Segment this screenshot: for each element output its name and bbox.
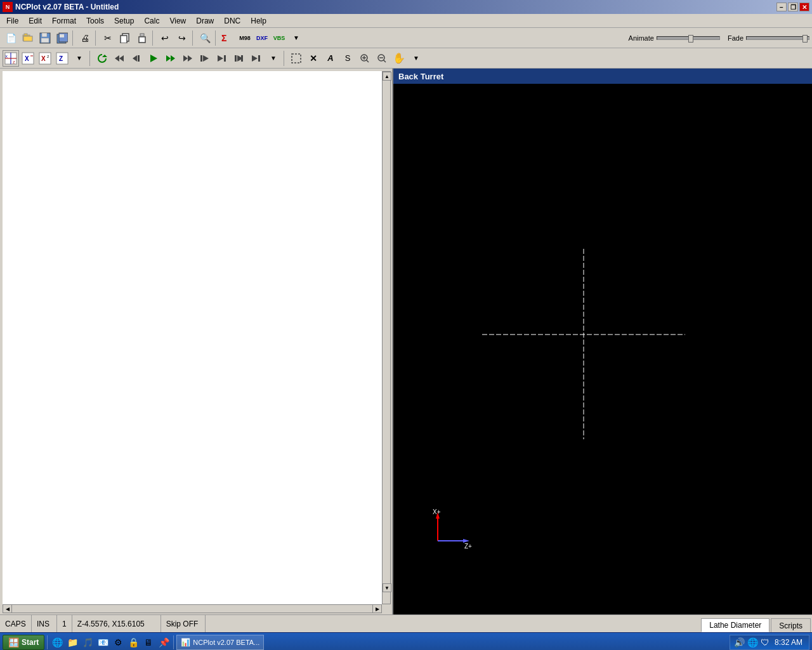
taskbar-icon7[interactable]: 🖥: [141, 635, 155, 649]
cut-button[interactable]: ✂: [100, 30, 116, 46]
menu-file[interactable]: File: [1, 15, 23, 27]
menu-format[interactable]: Format: [47, 15, 81, 27]
taskbar-ie-icon[interactable]: 🌐: [50, 635, 64, 649]
svg-rect-46: [292, 54, 301, 63]
editor-scrollbar-h[interactable]: ◀ ▶: [3, 604, 382, 613]
view-btn-1[interactable]: XZ: [3, 50, 19, 67]
tray-icon-2[interactable]: 🌐: [747, 637, 758, 647]
editor-content[interactable]: [3, 71, 382, 604]
open-button[interactable]: [20, 30, 36, 46]
text-button[interactable]: A: [322, 50, 339, 67]
app-taskbar-label: NCPlot v2.07 BETA...: [193, 639, 259, 646]
rewind-all-button[interactable]: [111, 50, 128, 67]
taskbar-media-icon[interactable]: 🎵: [81, 635, 95, 649]
save-button[interactable]: [37, 30, 53, 46]
menu-calc[interactable]: Calc: [139, 15, 164, 27]
skip-to-end-button[interactable]: [180, 50, 196, 67]
restore-button[interactable]: ❐: [788, 3, 798, 11]
menu-draw[interactable]: Draw: [191, 15, 219, 27]
tray-icon-3[interactable]: 🛡: [761, 637, 769, 647]
svg-text:X+: X+: [433, 509, 441, 515]
select-button[interactable]: [288, 50, 304, 67]
scroll-right-arrow[interactable]: ▶: [372, 605, 381, 613]
editor-scrollbar-v[interactable]: ▲ ▼: [382, 71, 391, 604]
pan-button[interactable]: ✋: [391, 50, 407, 67]
save-all-button[interactable]: [54, 30, 70, 46]
step-forward-button[interactable]: [231, 50, 247, 67]
svg-text:X: X: [41, 55, 46, 62]
playback-dropdown[interactable]: ▼: [265, 50, 282, 67]
toolbar2-sep-2: [284, 51, 286, 66]
svg-rect-43: [241, 55, 243, 62]
svg-text:Z: Z: [13, 60, 15, 64]
taskbar-settings-icon[interactable]: ⚙: [111, 635, 125, 649]
menu-edit[interactable]: Edit: [23, 15, 47, 27]
nc-button4[interactable]: VBS: [271, 30, 287, 46]
print-button[interactable]: 🖨: [77, 30, 93, 46]
svg-marker-38: [203, 55, 209, 62]
copy-button[interactable]: [117, 30, 133, 46]
prev-block-button[interactable]: [197, 50, 213, 67]
menu-tools[interactable]: Tools: [81, 15, 109, 27]
zoom-out-button[interactable]: [374, 50, 390, 67]
minimize-button[interactable]: −: [776, 3, 787, 11]
tools-dropdown[interactable]: ▼: [408, 50, 424, 67]
taskbar-outlook-icon[interactable]: 📧: [96, 635, 110, 649]
toolbar-separator-3: [152, 30, 155, 46]
zoom-in-button[interactable]: [357, 50, 373, 67]
replay-button[interactable]: [94, 50, 110, 67]
viewport-title-text: Back Turret: [398, 72, 443, 81]
tray-icon-1[interactable]: 🔊: [734, 637, 745, 647]
fade-label: Fade: [728, 34, 743, 42]
menu-view[interactable]: View: [164, 15, 191, 27]
nc-dropdown[interactable]: ▼: [288, 30, 304, 46]
skip-status: Skip OFF: [161, 615, 206, 632]
nc-button2[interactable]: M98: [237, 30, 253, 46]
menu-dnc[interactable]: DNC: [219, 15, 246, 27]
nc-button3[interactable]: DXF: [254, 30, 270, 46]
next-block-button[interactable]: [214, 50, 230, 67]
taskbar-icon6[interactable]: 🔒: [126, 635, 140, 649]
play-button[interactable]: [145, 50, 162, 67]
view-btn-4[interactable]: Z: [54, 50, 70, 67]
scroll-down-arrow[interactable]: ▼: [383, 583, 391, 592]
tab-lathe-diameter[interactable]: Lathe Diameter: [701, 618, 769, 632]
viewport-canvas[interactable]: X+ Z+: [393, 84, 812, 614]
axis-svg: X+ Z+: [431, 509, 476, 554]
svg-rect-4: [42, 33, 47, 37]
paste-button[interactable]: [134, 30, 150, 46]
ins-indicator: INS: [32, 615, 57, 632]
svg-marker-35: [183, 55, 188, 62]
play-slow-button[interactable]: [162, 50, 179, 67]
close-button[interactable]: ✕: [799, 3, 809, 11]
start-button[interactable]: 🪟 Start: [3, 635, 44, 650]
undo-button[interactable]: ↩: [157, 30, 173, 46]
redo-button[interactable]: ↪: [174, 30, 190, 46]
view-dropdown[interactable]: ▼: [71, 50, 88, 67]
rewind-button[interactable]: [128, 50, 145, 67]
new-button[interactable]: 📄: [3, 30, 19, 46]
svg-marker-44: [252, 55, 258, 62]
view-btn-3[interactable]: X2: [37, 50, 53, 67]
fade-slider[interactable]: [746, 36, 809, 40]
search-button[interactable]: S: [339, 50, 356, 67]
view-btn-2[interactable]: X: [20, 50, 36, 67]
tab-area: Lathe Diameter Scripts: [701, 615, 812, 632]
menu-setup[interactable]: Setup: [109, 15, 139, 27]
taskbar-folder-icon[interactable]: 📁: [65, 635, 79, 649]
toolbar-separator-2: [95, 30, 98, 46]
app-taskbar-item[interactable]: 📊 NCPlot v2.07 BETA...: [176, 635, 264, 650]
tab-scripts[interactable]: Scripts: [771, 618, 811, 632]
animate-slider[interactable]: [657, 36, 720, 40]
taskbar: 🪟 Start 🌐 📁 🎵 📧 ⚙ 🔒 🖥 📌 📊 NCPlot v2.07 B…: [0, 632, 812, 650]
scroll-up-arrow[interactable]: ▲: [383, 72, 391, 81]
find-button[interactable]: 🔍: [197, 30, 213, 46]
scroll-left-arrow[interactable]: ◀: [3, 605, 12, 613]
svg-rect-40: [224, 55, 226, 62]
menu-help[interactable]: Help: [246, 15, 272, 27]
animate-label: Animate: [629, 34, 654, 42]
point-button[interactable]: ✕: [305, 50, 322, 67]
nc-button1[interactable]: Σ: [219, 30, 236, 46]
step-end-button[interactable]: [248, 50, 265, 67]
taskbar-icon8[interactable]: 📌: [157, 635, 171, 649]
